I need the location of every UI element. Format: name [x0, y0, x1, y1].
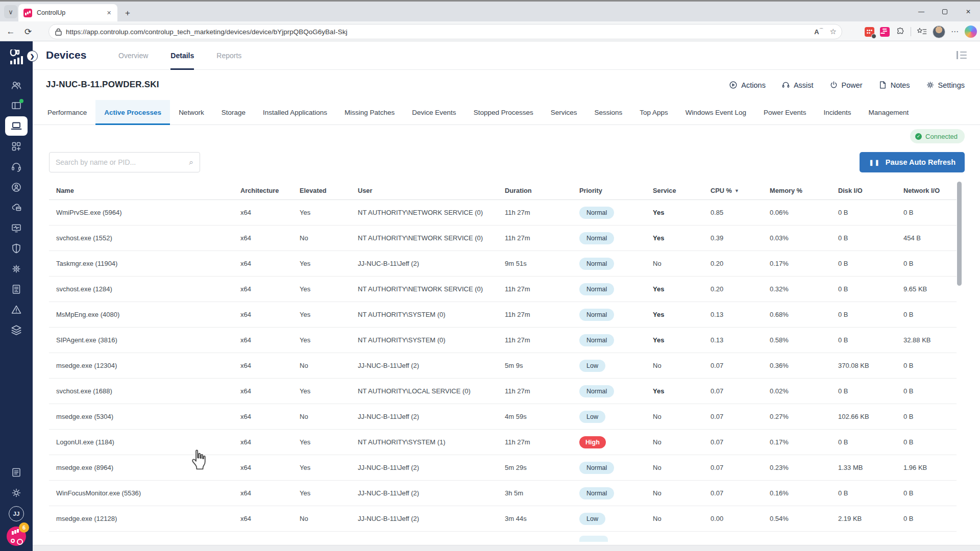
header-tab-reports[interactable]: Reports — [205, 41, 253, 70]
column-header-duration[interactable]: Duration — [498, 187, 572, 194]
table-row[interactable]: LogonUI.exe (1184) x64 Yes NT AUTHORITY\… — [49, 430, 957, 455]
table-row[interactable]: SIPAgent.exe (3816) x64 Yes NT AUTHORITY… — [49, 328, 957, 353]
column-header-diskio[interactable]: Disk I/O — [831, 187, 896, 194]
column-header-architecture[interactable]: Architecture — [233, 187, 292, 194]
subtab-stopped-processes[interactable]: Stopped Processes — [465, 100, 542, 124]
window-close-icon[interactable]: ✕ — [957, 2, 980, 22]
subtab-missing-patches[interactable]: Missing Patches — [336, 100, 403, 124]
warning-triangle-icon[interactable] — [5, 300, 28, 319]
column-header-cpu[interactable]: CPU %▼ — [703, 187, 763, 194]
extensions-puzzle-icon[interactable] — [895, 27, 905, 37]
copilot-icon[interactable] — [965, 26, 977, 38]
actions-button[interactable]: Actions — [723, 77, 771, 93]
close-icon[interactable]: ✕ — [105, 9, 113, 17]
gear-network-icon[interactable] — [5, 259, 28, 279]
monitor-pulse-icon[interactable] — [5, 218, 28, 238]
horizontal-scrollbar[interactable] — [33, 545, 980, 551]
red-extension-icon[interactable] — [865, 27, 874, 37]
pause-auto-refresh-button[interactable]: ❚❚ Pause Auto Refresh — [860, 152, 965, 172]
subtab-sessions[interactable]: Sessions — [585, 100, 631, 124]
table-vertical-scrollbar[interactable] — [957, 182, 962, 544]
table-row[interactable]: msedge.exe (5304) x64 No JJ-NUC-B-11\Jef… — [49, 404, 957, 430]
subtab-installed-applications[interactable]: Installed Applications — [254, 100, 336, 124]
table-row[interactable]: svchost.exe (1688) x64 Yes NT AUTHORITY\… — [49, 379, 957, 404]
header-tab-overview[interactable]: Overview — [107, 41, 159, 70]
assist-button[interactable]: Assist — [776, 77, 819, 93]
column-header-service[interactable]: Service — [646, 187, 703, 194]
subtab-storage[interactable]: Storage — [213, 100, 254, 124]
table-row[interactable]: Taskmgr.exe (11904) x64 Yes JJ-NUC-B-11\… — [49, 251, 957, 277]
release-notes-icon[interactable] — [5, 463, 28, 482]
assistant-badge: 6 — [19, 522, 29, 533]
tab-title: ControlUp — [37, 9, 105, 16]
refresh-icon[interactable]: ⟳ — [21, 25, 35, 38]
column-header-elevated[interactable]: Elevated — [292, 187, 351, 194]
process-architecture: x64 — [233, 285, 292, 293]
column-header-networkio[interactable]: Network I/O — [896, 187, 957, 194]
more-menu-icon[interactable]: ⋯ — [951, 27, 959, 36]
subtab-performance[interactable]: Performance — [39, 100, 95, 124]
grid-add-icon[interactable] — [5, 137, 28, 156]
table-row[interactable]: svchost.exe (1284) x64 Yes NT AUTHORITY\… — [49, 277, 957, 302]
column-header-user[interactable]: User — [351, 187, 498, 194]
table-row[interactable]: WinFocusMonitor.exe (5536) x64 Yes JJ-NU… — [49, 481, 957, 506]
table-row[interactable]: msedge.exe (12304) x64 No JJ-NUC-B-11\Je… — [49, 353, 957, 379]
subtab-top-apps[interactable]: Top Apps — [631, 100, 677, 124]
table-row[interactable]: msedge.exe (8964) x64 Yes JJ-NUC-B-11\Je… — [49, 455, 957, 481]
subtab-incidents[interactable]: Incidents — [815, 100, 860, 124]
process-elevated: Yes — [292, 285, 351, 293]
subtab-device-events[interactable]: Device Events — [403, 100, 464, 124]
column-header-name[interactable]: Name — [49, 187, 233, 194]
user-circle-icon[interactable] — [5, 178, 28, 197]
search-input[interactable] — [56, 158, 189, 166]
maximize-icon[interactable] — [933, 2, 957, 22]
detail-subtabs: PerformanceActive ProcessesNetworkStorag… — [33, 100, 980, 125]
subtab-power-events[interactable]: Power Events — [755, 100, 815, 124]
sidebar-collapse-button[interactable]: ❯ — [27, 51, 38, 62]
process-architecture: x64 — [233, 438, 292, 446]
assistant-bubble-icon[interactable]: 6 — [7, 527, 26, 546]
column-header-priority[interactable]: Priority — [572, 187, 646, 194]
url-bar[interactable]: https://app.controlup.com/controlup_tech… — [48, 24, 842, 39]
favorite-star-icon[interactable]: ☆ — [830, 27, 837, 36]
people-icon[interactable] — [5, 76, 28, 95]
header-tab-details[interactable]: Details — [159, 41, 205, 70]
settings-button[interactable]: Settings — [920, 77, 970, 93]
table-row[interactable]: msedge.exe (12128) x64 No JJ-NUC-B-11\Je… — [49, 506, 957, 532]
profile-avatar[interactable] — [933, 26, 945, 38]
back-icon[interactable]: ← — [4, 25, 17, 38]
read-aloud-icon[interactable]: A⌒ — [814, 27, 823, 36]
power-button[interactable]: Power — [824, 77, 868, 93]
search-box[interactable]: ⌕ — [49, 152, 200, 172]
notes-button[interactable]: Notes — [873, 77, 915, 93]
scrollbar-thumb[interactable] — [957, 182, 962, 286]
table-row[interactable]: svchost.exe (1552) x64 No NT AUTHORITY\N… — [49, 226, 957, 251]
devices-laptop-icon[interactable] — [5, 116, 28, 136]
shield-icon[interactable] — [5, 239, 28, 258]
subtab-services[interactable]: Services — [542, 100, 586, 124]
window-panel-icon[interactable] — [5, 96, 28, 115]
layers-icon[interactable] — [5, 320, 28, 340]
subtab-network[interactable]: Network — [170, 100, 213, 124]
table-row[interactable]: WmiPrvSE.exe (5964) x64 Yes NT AUTHORITY… — [49, 200, 957, 226]
process-name: Taskmgr.exe (11904) — [49, 260, 233, 267]
browser-tab[interactable]: ControlUp ✕ — [18, 4, 117, 21]
table-row[interactable]: MsMpEng.exe (4080) x64 Yes NT AUTHORITY\… — [49, 302, 957, 328]
column-header-memory[interactable]: Memory % — [763, 187, 831, 194]
cloud-window-icon[interactable] — [5, 198, 28, 217]
report-document-icon[interactable] — [5, 280, 28, 299]
tab-list-chevron-icon[interactable]: ∨ — [4, 5, 17, 18]
pink-extension-icon[interactable] — [880, 27, 890, 37]
layout-settings-icon[interactable] — [957, 51, 967, 59]
favorites-bar-icon[interactable] — [917, 27, 927, 36]
subtab-active-processes[interactable]: Active Processes — [95, 100, 170, 124]
priority-badge: Normal — [579, 258, 614, 270]
controlup-logo[interactable] — [9, 49, 24, 68]
subtab-management[interactable]: Management — [860, 100, 917, 124]
user-avatar[interactable]: JJ — [9, 506, 24, 521]
subtab-windows-event-log[interactable]: Windows Event Log — [677, 100, 755, 124]
new-tab-icon[interactable]: + — [121, 7, 134, 19]
headset-icon[interactable] — [5, 157, 28, 177]
minimize-icon[interactable]: — — [910, 2, 933, 22]
settings-gear-icon[interactable] — [5, 483, 28, 503]
